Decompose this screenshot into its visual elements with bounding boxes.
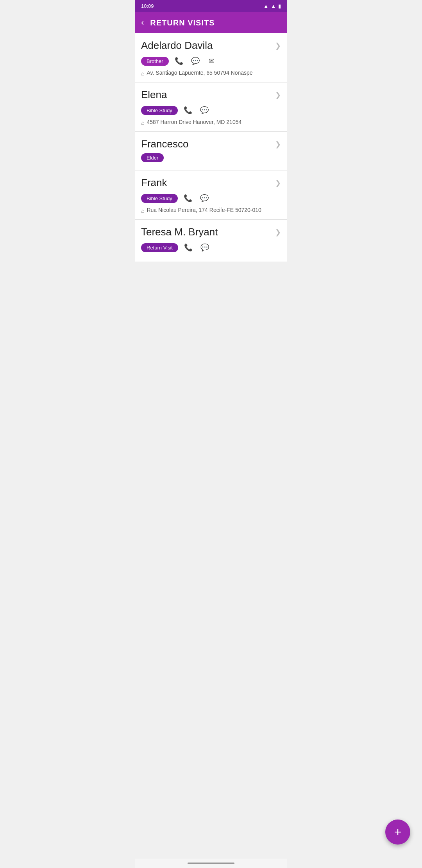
status-bar: 10:09 ▲ ▲ ▮ bbox=[135, 0, 287, 12]
chat-icon[interactable]: 💬 bbox=[198, 241, 211, 254]
address-row: ⌂4587 Harron Drive Hanover, MD 21054 bbox=[141, 119, 281, 126]
phone-icon[interactable]: 📞 bbox=[182, 104, 194, 117]
tags-icons-row: Brother📞💬✉ bbox=[141, 55, 281, 67]
chat-icon[interactable]: 💬 bbox=[198, 192, 211, 204]
phone-icon[interactable]: 📞 bbox=[182, 192, 194, 204]
contact-name-row: Teresa M. Bryant❯ bbox=[141, 226, 281, 238]
empty-area bbox=[135, 262, 287, 371]
location-icon: ⌂ bbox=[141, 70, 144, 77]
tags-icons-row: Bible Study📞💬 bbox=[141, 104, 281, 117]
header: ‹ RETURN VISITS bbox=[135, 12, 287, 33]
contact-tag: Bible Study bbox=[141, 194, 178, 203]
wifi-icon: ▲ bbox=[271, 3, 276, 9]
contact-name: Frank bbox=[141, 177, 167, 189]
contact-tag: Return Visit bbox=[141, 243, 178, 252]
contact-item[interactable]: Teresa M. Bryant❯Return Visit📞💬 bbox=[135, 220, 287, 262]
contact-list: Adelardo Davila❯Brother📞💬✉⌂Av. Santiago … bbox=[135, 33, 287, 262]
chat-icon[interactable]: 💬 bbox=[189, 55, 202, 67]
contact-item[interactable]: Elena❯Bible Study📞💬⌂4587 Harron Drive Ha… bbox=[135, 82, 287, 132]
address-row: ⌂Av. Santiago Lapuernte, 65 50794 Nonasp… bbox=[141, 70, 281, 77]
tags-icons-row: Return Visit📞💬 bbox=[141, 241, 281, 254]
tags-icons-row: Elder bbox=[141, 153, 281, 162]
status-icons: ▲ ▲ ▮ bbox=[263, 3, 281, 9]
contact-item[interactable]: Frank❯Bible Study📞💬⌂Rua Nicolau Pereira,… bbox=[135, 170, 287, 220]
battery-icon: ▮ bbox=[278, 3, 281, 9]
contact-address: 4587 Harron Drive Hanover, MD 21054 bbox=[147, 119, 241, 125]
contact-item[interactable]: Adelardo Davila❯Brother📞💬✉⌂Av. Santiago … bbox=[135, 33, 287, 82]
signal-icon: ▲ bbox=[263, 3, 268, 9]
contact-name: Francesco bbox=[141, 138, 188, 150]
location-icon: ⌂ bbox=[141, 208, 144, 214]
contact-name-row: Frank❯ bbox=[141, 177, 281, 189]
chevron-right-icon: ❯ bbox=[275, 41, 281, 50]
status-time: 10:09 bbox=[141, 3, 154, 9]
contact-name: Teresa M. Bryant bbox=[141, 226, 218, 238]
contact-name-row: Francesco❯ bbox=[141, 138, 281, 150]
chevron-right-icon: ❯ bbox=[275, 91, 281, 99]
contact-name: Adelardo Davila bbox=[141, 39, 213, 52]
contact-tag: Bible Study bbox=[141, 106, 178, 115]
back-button[interactable]: ‹ bbox=[141, 18, 144, 28]
chevron-right-icon: ❯ bbox=[275, 228, 281, 237]
phone-icon[interactable]: 📞 bbox=[173, 55, 185, 67]
phone-icon[interactable]: 📞 bbox=[182, 241, 195, 254]
contact-tag: Elder bbox=[141, 153, 164, 162]
contact-name: Elena bbox=[141, 89, 167, 101]
contact-tag: Brother bbox=[141, 57, 169, 66]
page-title: RETURN VISITS bbox=[150, 18, 215, 27]
chat-icon[interactable]: 💬 bbox=[198, 104, 211, 117]
contact-name-row: Adelardo Davila❯ bbox=[141, 39, 281, 52]
address-row: ⌂Rua Nicolau Pereira, 174 Recife-FE 5072… bbox=[141, 207, 281, 214]
email-icon[interactable]: ✉ bbox=[206, 55, 218, 67]
chevron-right-icon: ❯ bbox=[275, 179, 281, 187]
location-icon: ⌂ bbox=[141, 120, 144, 126]
contact-item[interactable]: Francesco❯Elder bbox=[135, 132, 287, 170]
contact-address: Rua Nicolau Pereira, 174 Recife-FE 50720… bbox=[147, 207, 261, 213]
contact-name-row: Elena❯ bbox=[141, 89, 281, 101]
chevron-right-icon: ❯ bbox=[275, 140, 281, 149]
contact-address: Av. Santiago Lapuernte, 65 50794 Nonaspe bbox=[147, 70, 252, 76]
tags-icons-row: Bible Study📞💬 bbox=[141, 192, 281, 204]
